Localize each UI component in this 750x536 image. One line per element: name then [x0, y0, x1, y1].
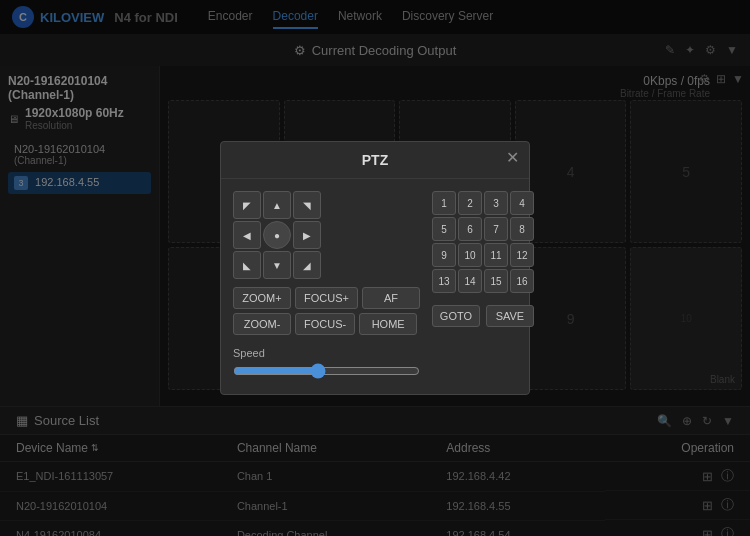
zoom-plus-button[interactable]: ZOOM+ — [233, 287, 291, 309]
preset-8[interactable]: 8 — [510, 217, 534, 241]
preset-9[interactable]: 9 — [432, 243, 456, 267]
home-button[interactable]: HOME — [359, 313, 417, 335]
preset-12[interactable]: 12 — [510, 243, 534, 267]
speed-section: Speed — [233, 347, 420, 382]
modal-overlay: PTZ ✕ ◤ ▲ ◥ ◀ ● ▶ ◣ ▼ ◢ — [0, 0, 750, 536]
ptz-title: PTZ — [362, 152, 388, 168]
ptz-header: PTZ ✕ — [221, 142, 529, 179]
af-button[interactable]: AF — [362, 287, 420, 309]
ptz-btn-row-1: ZOOM+ FOCUS+ AF — [233, 287, 420, 309]
preset-14[interactable]: 14 — [458, 269, 482, 293]
dpad-up[interactable]: ▲ — [263, 191, 291, 219]
preset-2[interactable]: 2 — [458, 191, 482, 215]
preset-7[interactable]: 7 — [484, 217, 508, 241]
focus-minus-button[interactable]: FOCUS- — [295, 313, 355, 335]
ptz-modal: PTZ ✕ ◤ ▲ ◥ ◀ ● ▶ ◣ ▼ ◢ — [220, 141, 530, 395]
speed-label: Speed — [233, 347, 420, 359]
dpad-center[interactable]: ● — [263, 221, 291, 249]
ptz-body: ◤ ▲ ◥ ◀ ● ▶ ◣ ▼ ◢ ZOOM+ FOCUS+ AF — [221, 179, 529, 394]
ptz-control-buttons: ZOOM+ FOCUS+ AF ZOOM- FOCUS- HOME — [233, 287, 420, 335]
preset-grid: 1 2 3 4 5 6 7 8 9 10 11 12 13 14 15 16 — [432, 191, 534, 293]
preset-16[interactable]: 16 — [510, 269, 534, 293]
dpad-down[interactable]: ▼ — [263, 251, 291, 279]
preset-15[interactable]: 15 — [484, 269, 508, 293]
preset-5[interactable]: 5 — [432, 217, 456, 241]
preset-13[interactable]: 13 — [432, 269, 456, 293]
dpad-upleft[interactable]: ◤ — [233, 191, 261, 219]
ptz-right-controls: 1 2 3 4 5 6 7 8 9 10 11 12 13 14 15 16 — [432, 191, 534, 382]
preset-3[interactable]: 3 — [484, 191, 508, 215]
ptz-btn-row-2: ZOOM- FOCUS- HOME — [233, 313, 420, 335]
dpad-right[interactable]: ▶ — [293, 221, 321, 249]
preset-6[interactable]: 6 — [458, 217, 482, 241]
dpad-left[interactable]: ◀ — [233, 221, 261, 249]
save-button[interactable]: SAVE — [486, 305, 534, 327]
goto-button[interactable]: GOTO — [432, 305, 480, 327]
speed-slider[interactable] — [233, 363, 420, 379]
zoom-minus-button[interactable]: ZOOM- — [233, 313, 291, 335]
ptz-left-controls: ◤ ▲ ◥ ◀ ● ▶ ◣ ▼ ◢ ZOOM+ FOCUS+ AF — [233, 191, 420, 382]
preset-11[interactable]: 11 — [484, 243, 508, 267]
preset-1[interactable]: 1 — [432, 191, 456, 215]
preset-4[interactable]: 4 — [510, 191, 534, 215]
goto-save-row: GOTO SAVE — [432, 305, 534, 327]
ptz-close-button[interactable]: ✕ — [506, 150, 519, 166]
dpad-downleft[interactable]: ◣ — [233, 251, 261, 279]
dpad-upright[interactable]: ◥ — [293, 191, 321, 219]
focus-plus-button[interactable]: FOCUS+ — [295, 287, 358, 309]
preset-10[interactable]: 10 — [458, 243, 482, 267]
dpad-downright[interactable]: ◢ — [293, 251, 321, 279]
direction-pad: ◤ ▲ ◥ ◀ ● ▶ ◣ ▼ ◢ — [233, 191, 420, 279]
